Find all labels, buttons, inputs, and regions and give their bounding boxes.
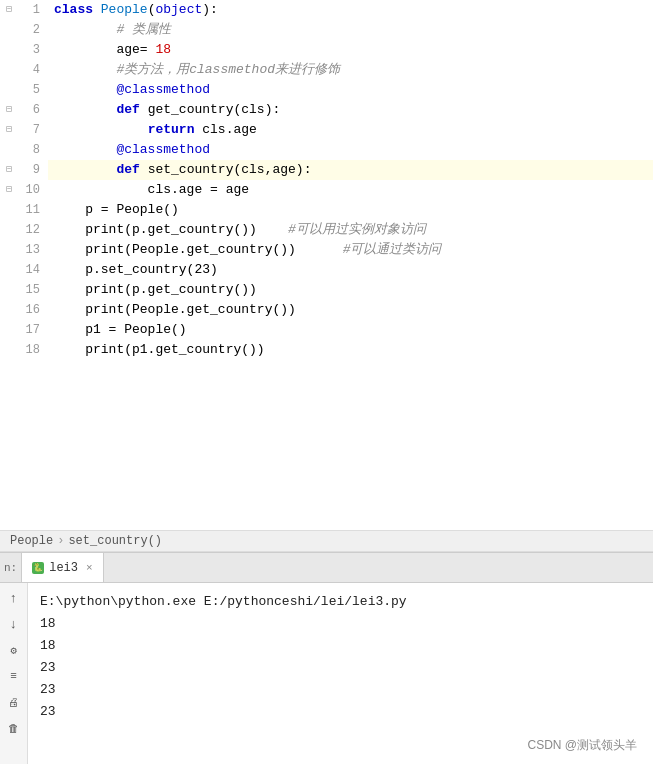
line-content-1: class People(object):	[48, 0, 653, 20]
line-number-15: 15	[0, 280, 48, 300]
breadcrumb-part2: set_country()	[68, 534, 162, 548]
menu-icon[interactable]: ≡	[5, 667, 23, 685]
line-number-3: 3	[0, 40, 48, 60]
line-number-5: 5	[0, 80, 48, 100]
tab-left-label: n:	[0, 553, 21, 582]
terminal-output-3: 23	[40, 679, 641, 701]
line-number-14: 14	[0, 260, 48, 280]
fold-icon-1[interactable]: ⊟	[6, 0, 12, 20]
tab-bar: n: 🐍 lei3 ×	[0, 553, 653, 583]
line-number-13: 13	[0, 240, 48, 260]
fold-icon-10[interactable]: ⊟	[6, 180, 12, 200]
code-line-15: 15 print(p.get_country())	[0, 280, 653, 300]
line-content-4: #类方法，用classmethod来进行修饰	[48, 60, 653, 80]
watermark: CSDN @测试领头羊	[527, 737, 637, 754]
line-content-9: def set_country(cls,age):	[48, 160, 653, 180]
line-content-8: @classmethod	[48, 140, 653, 160]
tab-item-lei3[interactable]: 🐍 lei3 ×	[21, 553, 103, 582]
terminal-command: E:\python\python.exe E:/pythonceshi/lei/…	[40, 591, 641, 613]
line-number-2: 2	[0, 20, 48, 40]
line-number-4: 4	[0, 60, 48, 80]
line-number-18: 18	[0, 340, 48, 360]
settings-icon[interactable]: ⚙	[5, 641, 23, 659]
delete-icon[interactable]: 🗑	[5, 719, 23, 737]
editor-area: ⊟1class People(object):2 # 类属性3 age= 184…	[0, 0, 653, 530]
code-line-16: 16 print(People.get_country())	[0, 300, 653, 320]
code-line-13: 13 print(People.get_country()) #可以通过类访问	[0, 240, 653, 260]
line-number-17: 17	[0, 320, 48, 340]
fold-icon-9[interactable]: ⊟	[6, 160, 12, 180]
line-content-16: print(People.get_country())	[48, 300, 653, 320]
tab-close-icon[interactable]: ×	[86, 562, 93, 574]
print-icon[interactable]: 🖨	[5, 693, 23, 711]
code-lines: ⊟1class People(object):2 # 类属性3 age= 184…	[0, 0, 653, 360]
bottom-section: n: 🐍 lei3 × ↑ ↓ ⚙ ≡ 🖨 🗑 E:\python\python…	[0, 552, 653, 764]
tab-icon-py: 🐍	[32, 562, 44, 574]
code-line-11: 11 p = People()	[0, 200, 653, 220]
terminal-output-4: 23	[40, 701, 641, 723]
line-content-13: print(People.get_country()) #可以通过类访问	[48, 240, 653, 260]
code-line-9: ⊟9 def set_country(cls,age):	[0, 160, 653, 180]
code-line-8: 8 @classmethod	[0, 140, 653, 160]
line-content-14: p.set_country(23)	[48, 260, 653, 280]
terminal-area: ↑ ↓ ⚙ ≡ 🖨 🗑 E:\python\python.exe E:/pyth…	[0, 583, 653, 764]
fold-icon-7[interactable]: ⊟	[6, 120, 12, 140]
line-number-8: 8	[0, 140, 48, 160]
tab-label: lei3	[49, 561, 78, 575]
terminal-content: E:\python\python.exe E:/pythonceshi/lei/…	[28, 583, 653, 764]
code-line-12: 12 print(p.get_country()) #可以用过实例对象访问	[0, 220, 653, 240]
line-content-6: def get_country(cls):	[48, 100, 653, 120]
breadcrumb-part1: People	[10, 534, 53, 548]
code-line-7: ⊟7 return cls.age	[0, 120, 653, 140]
line-content-2: # 类属性	[48, 20, 653, 40]
line-content-7: return cls.age	[48, 120, 653, 140]
line-content-5: @classmethod	[48, 80, 653, 100]
line-number-6: ⊟6	[0, 100, 48, 120]
breadcrumb-separator: ›	[57, 534, 64, 548]
line-number-1: ⊟1	[0, 0, 48, 20]
terminal-output-1: 18	[40, 635, 641, 657]
terminal-output-0: 18	[40, 613, 641, 635]
line-content-12: print(p.get_country()) #可以用过实例对象访问	[48, 220, 653, 240]
code-line-10: ⊟10 cls.age = age	[0, 180, 653, 200]
code-line-17: 17 p1 = People()	[0, 320, 653, 340]
line-number-7: ⊟7	[0, 120, 48, 140]
code-line-3: 3 age= 18	[0, 40, 653, 60]
line-number-16: 16	[0, 300, 48, 320]
breadcrumb-bar: People › set_country()	[0, 530, 653, 552]
code-line-1: ⊟1class People(object):	[0, 0, 653, 20]
code-line-6: ⊟6 def get_country(cls):	[0, 100, 653, 120]
line-content-18: print(p1.get_country())	[48, 340, 653, 360]
line-content-15: print(p.get_country())	[48, 280, 653, 300]
line-number-11: 11	[0, 200, 48, 220]
code-line-2: 2 # 类属性	[0, 20, 653, 40]
code-line-4: 4 #类方法，用classmethod来进行修饰	[0, 60, 653, 80]
terminal-output-2: 23	[40, 657, 641, 679]
line-number-9: ⊟9	[0, 160, 48, 180]
line-content-3: age= 18	[48, 40, 653, 60]
line-content-11: p = People()	[48, 200, 653, 220]
line-number-12: 12	[0, 220, 48, 240]
scroll-up-button[interactable]: ↑	[5, 589, 23, 607]
line-number-10: ⊟10	[0, 180, 48, 200]
line-content-10: cls.age = age	[48, 180, 653, 200]
code-line-5: 5 @classmethod	[0, 80, 653, 100]
code-line-14: 14 p.set_country(23)	[0, 260, 653, 280]
scroll-down-button[interactable]: ↓	[5, 615, 23, 633]
code-line-18: 18 print(p1.get_country())	[0, 340, 653, 360]
line-content-17: p1 = People()	[48, 320, 653, 340]
fold-icon-6[interactable]: ⊟	[6, 100, 12, 120]
terminal-sidebar: ↑ ↓ ⚙ ≡ 🖨 🗑	[0, 583, 28, 764]
